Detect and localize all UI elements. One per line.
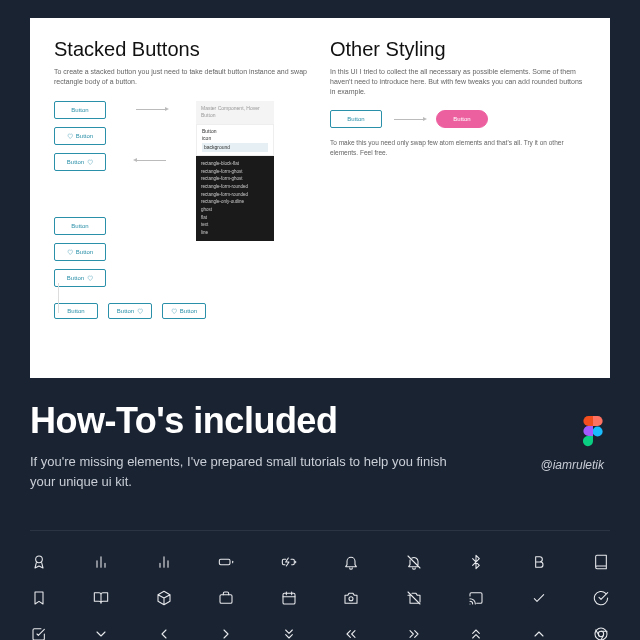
sample-button: Button <box>330 110 382 128</box>
icon-grid <box>30 530 610 640</box>
chevron-right-icon <box>217 625 235 640</box>
arrow-icon <box>136 109 166 110</box>
author-handle: @iamruletik <box>540 458 604 472</box>
chevron-up-icon <box>530 625 548 640</box>
chrome-icon <box>592 625 610 640</box>
check-icon <box>530 589 548 607</box>
connector-line <box>58 283 59 313</box>
stacked-desc: To create a stacked button you just need… <box>54 67 310 87</box>
sample-button: Button <box>54 303 98 319</box>
chevrons-down-icon <box>280 625 298 640</box>
hero-title: How-To's included <box>30 400 610 442</box>
sample-button-heart-right: Button <box>54 153 106 171</box>
stacked-buttons-column: Stacked Buttons To create a stacked butt… <box>54 38 310 358</box>
bell-off-icon <box>405 553 423 571</box>
book-icon <box>592 553 610 571</box>
camera-icon <box>342 589 360 607</box>
hero-subtitle: If you're missing elements, I've prepare… <box>30 452 450 491</box>
check-square-icon <box>30 625 48 640</box>
bar-chart-icon <box>92 553 110 571</box>
other-title: Other Styling <box>330 38 586 61</box>
sample-button-heart-right: Button <box>54 269 106 287</box>
tutorial-panel: Stacked Buttons To create a stacked butt… <box>30 18 610 378</box>
briefcase-icon <box>217 589 235 607</box>
sample-button-heart-right: Button <box>108 303 152 319</box>
bold-icon <box>530 553 548 571</box>
sample-button-pink: Button <box>436 110 488 128</box>
calendar-icon <box>280 589 298 607</box>
sample-button: Button <box>54 101 106 119</box>
battery-icon <box>217 553 235 571</box>
hero-section: How-To's included If you're missing elem… <box>30 400 610 491</box>
sample-button-heart-left: Button <box>162 303 206 319</box>
svg-point-5 <box>349 597 353 601</box>
box-icon <box>155 589 173 607</box>
button-stack-1: Button Button Button Button Button Butto… <box>54 101 106 287</box>
arrow-icon <box>394 119 424 120</box>
chevrons-left-icon <box>342 625 360 640</box>
book-open-icon <box>92 589 110 607</box>
award-icon <box>30 553 48 571</box>
bar-chart-2-icon <box>155 553 173 571</box>
bookmark-icon <box>30 589 48 607</box>
svg-point-6 <box>595 628 607 640</box>
chevron-left-icon <box>155 625 173 640</box>
other-note: To make this you need only swap few atom… <box>330 138 586 158</box>
sample-button-heart-left: Button <box>54 127 106 145</box>
svg-rect-4 <box>283 593 295 604</box>
button-row: Button Button Button <box>54 303 310 319</box>
bell-icon <box>342 553 360 571</box>
svg-rect-2 <box>220 559 231 564</box>
check-circle-icon <box>592 589 610 607</box>
svg-point-0 <box>593 426 603 436</box>
figma-logo-icon <box>582 415 604 447</box>
stacked-title: Stacked Buttons <box>54 38 310 61</box>
svg-point-1 <box>36 556 43 563</box>
cast-icon <box>467 589 485 607</box>
sample-button-heart-left: Button <box>54 243 106 261</box>
chevrons-up-icon <box>467 625 485 640</box>
arrow-left-icon <box>136 160 166 161</box>
chevrons-right-icon <box>405 625 423 640</box>
figma-dark-list: rectangle-block-flatrectangle-form-ghost… <box>196 156 274 240</box>
sample-button: Button <box>54 217 106 235</box>
button-demo-grid: Button Button Button Button Button Butto… <box>54 101 310 287</box>
figma-layers-panel: Master Component, Hover Button Button ic… <box>196 101 274 287</box>
battery-charging-icon <box>280 553 298 571</box>
svg-rect-3 <box>220 595 232 604</box>
styling-row: Button Button <box>330 110 586 128</box>
bluetooth-icon <box>467 553 485 571</box>
other-styling-column: Other Styling In this UI I tried to coll… <box>330 38 586 358</box>
camera-off-icon <box>405 589 423 607</box>
chevron-down-icon <box>92 625 110 640</box>
other-desc: In this UI I tried to collect the all ne… <box>330 67 586 96</box>
